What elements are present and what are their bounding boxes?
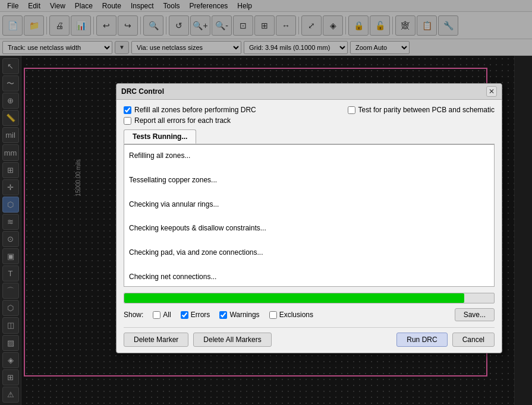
drc-dialog: DRC Control ✕ Refill all zones before pe… [116,83,502,353]
report-errors-option[interactable]: Report all errors for each track [124,116,256,125]
show-all-checkbox[interactable] [153,311,160,319]
test-parity-option[interactable]: Test for parity between PCB and schemati… [348,106,495,114]
test-parity-checkbox[interactable] [348,106,355,114]
refill-zones-checkbox[interactable] [124,106,131,114]
delete-all-markers-button[interactable]: Delete All Markers [193,333,271,347]
show-all-option[interactable]: All [153,311,171,319]
options-left: Refill all zones before performing DRC R… [124,106,256,125]
show-exclusions-option[interactable]: Exclusions [269,311,313,319]
dialog-title: DRC Control [121,87,164,96]
dialog-body: Refill all zones before performing DRC R… [117,100,502,353]
action-row: Delete Marker Delete All Markers Run DRC… [124,327,495,347]
show-warnings-checkbox[interactable] [219,311,227,319]
log-line-4: Checking keepouts & disallow constraints… [129,222,489,234]
log-area[interactable]: Refilling all zones... Tessellating copp… [124,144,495,287]
save-button[interactable]: Save... [455,308,495,321]
options-right: Test for parity between PCB and schemati… [348,106,495,114]
show-warnings-option[interactable]: Warnings [219,311,259,319]
show-row: Show: All Errors Warnings Exclusions Sav… [124,308,495,321]
dialog-close-button[interactable]: ✕ [486,86,497,97]
report-errors-checkbox[interactable] [124,117,131,125]
tab-bar: Tests Running... [124,129,495,144]
tab-tests-running[interactable]: Tests Running... [124,129,196,144]
show-errors-checkbox[interactable] [181,311,188,319]
log-line-5: Checking pad, via and zone connections..… [129,246,489,258]
log-line-3: Checking via annular rings... [129,198,489,210]
show-exclusions-checkbox[interactable] [269,311,277,319]
dialog-titlebar: DRC Control ✕ [117,84,502,100]
log-line-2: Tessellating copper zones... [129,174,489,186]
show-label: Show: [124,311,143,319]
delete-marker-button[interactable]: Delete Marker [124,333,188,347]
log-line-6: Checking net connections... [129,271,489,283]
log-line-1: Refilling all zones... [129,150,489,162]
cancel-button[interactable]: Cancel [452,333,495,347]
refill-zones-option[interactable]: Refill all zones before performing DRC [124,106,256,114]
options-row: Refill all zones before performing DRC R… [124,106,495,125]
progress-bar [124,293,464,303]
run-drc-button[interactable]: Run DRC [396,333,447,347]
show-errors-option[interactable]: Errors [181,311,210,319]
progress-container [124,293,495,303]
